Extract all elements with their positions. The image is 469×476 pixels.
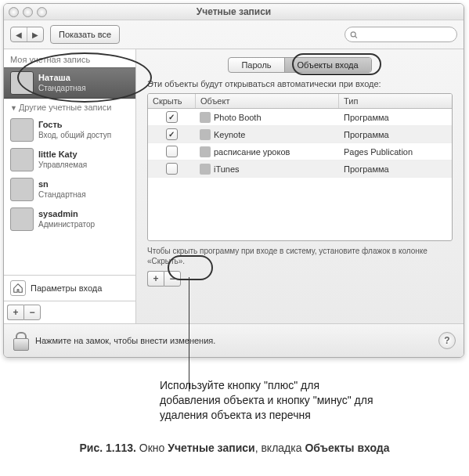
avatar xyxy=(10,207,34,231)
add-account-button[interactable]: + xyxy=(7,305,23,320)
account-role: Вход, общий доступ xyxy=(38,131,111,140)
login-options-row[interactable]: Параметры входа xyxy=(4,275,135,301)
item-name: iTunes xyxy=(214,164,240,174)
table-row[interactable]: Photo Booth Программа xyxy=(148,109,452,126)
account-name: Наташа xyxy=(38,73,86,83)
account-role: Стандартная xyxy=(38,84,86,93)
sidebar-item-guest[interactable]: Гость Вход, общий доступ xyxy=(4,115,135,145)
avatar xyxy=(10,118,34,142)
hide-checkbox[interactable] xyxy=(166,111,178,123)
show-all-button[interactable]: Показать все xyxy=(50,25,120,44)
sidebar-item-my-account[interactable]: Наташа Стандартная xyxy=(4,67,135,99)
other-accounts-section-label: ▼Другие учетные записи xyxy=(4,99,135,115)
help-button[interactable]: ? xyxy=(438,332,456,349)
item-name: расписание уроков xyxy=(214,147,290,157)
tab-login-items[interactable]: Объекты входа xyxy=(285,58,371,72)
intro-text: Эти объекты будут открываться автоматиче… xyxy=(147,79,453,88)
accounts-prefpane: Учетные записи ◀ ▶ Показать все Моя учет… xyxy=(3,3,464,358)
hide-checkbox[interactable] xyxy=(166,146,178,157)
lock-text: Нажмите на замок, чтобы внести изменения… xyxy=(35,336,215,345)
hide-hint: Чтобы скрыть программу при входе в систе… xyxy=(147,246,453,266)
item-type: Программа xyxy=(344,164,389,174)
sidebar-item-sn[interactable]: sn Стандартная xyxy=(4,175,135,204)
show-all-label: Показать все xyxy=(59,30,111,39)
lock-icon[interactable] xyxy=(12,330,29,351)
lock-bar: Нажмите на замок, чтобы внести изменения… xyxy=(4,323,464,357)
zoom-icon[interactable] xyxy=(37,7,47,17)
close-icon[interactable] xyxy=(9,7,19,17)
back-button[interactable]: ◀ xyxy=(11,27,27,41)
svg-line-1 xyxy=(355,36,357,38)
figure-caption: Рис. 1.113. Окно Учетные записи, вкладка… xyxy=(3,442,466,454)
item-name: Keynote xyxy=(214,130,245,139)
search-icon xyxy=(350,31,358,39)
app-icon xyxy=(200,112,211,123)
col-type[interactable]: Тип xyxy=(339,94,452,108)
search-input[interactable] xyxy=(361,29,452,40)
table-row[interactable]: iTunes Программа xyxy=(148,160,452,178)
app-icon xyxy=(200,164,211,175)
table-row[interactable]: Keynote Программа xyxy=(148,126,452,143)
traffic-lights xyxy=(9,7,47,17)
avatar xyxy=(10,178,34,201)
account-role: Стандартная xyxy=(38,190,86,200)
item-name: Photo Booth xyxy=(214,113,262,122)
avatar xyxy=(10,148,34,171)
search-field[interactable] xyxy=(345,27,457,42)
tab-segment: Пароль Объекты входа xyxy=(228,57,371,73)
tab-password[interactable]: Пароль xyxy=(229,58,284,72)
col-hide[interactable]: Скрыть xyxy=(148,94,196,108)
avatar xyxy=(10,71,34,95)
nav-back-forward[interactable]: ◀ ▶ xyxy=(10,27,44,42)
main-panel: Пароль Объекты входа Эти объекты будут о… xyxy=(136,49,464,323)
app-icon xyxy=(200,129,211,140)
annotation-text: Используйте кнопку "плюс" для добавления… xyxy=(160,378,379,423)
toolbar: ◀ ▶ Показать все xyxy=(4,20,464,49)
accounts-sidebar: Моя учетная запись Наташа Стандартная ▼Д… xyxy=(4,49,136,323)
items-add-remove: + − xyxy=(147,266,453,291)
add-item-button[interactable]: + xyxy=(147,271,164,287)
sidebar-item-sysadmin[interactable]: sysadmin Администратор xyxy=(4,204,135,234)
forward-button[interactable]: ▶ xyxy=(27,27,43,41)
account-name: sn xyxy=(38,179,86,189)
svg-point-0 xyxy=(351,31,355,36)
item-type: Pages Publication xyxy=(344,147,413,157)
account-name: sysadmin xyxy=(38,209,95,219)
item-type: Программа xyxy=(344,113,389,122)
remove-account-button[interactable]: − xyxy=(23,305,41,320)
house-icon xyxy=(10,280,26,296)
table-header: Скрыть Объект Тип xyxy=(148,94,452,109)
window-titlebar: Учетные записи xyxy=(4,4,464,20)
hide-checkbox[interactable] xyxy=(166,128,178,140)
sidebar-add-remove: + − xyxy=(4,301,135,323)
account-role: Управляемая xyxy=(38,160,87,170)
item-type: Программа xyxy=(344,130,389,139)
login-options-label: Параметры входа xyxy=(31,283,102,293)
remove-item-button[interactable]: − xyxy=(164,271,181,287)
sidebar-item-littlekaty[interactable]: little Katy Управляемая xyxy=(4,145,135,175)
minimize-icon[interactable] xyxy=(23,7,33,17)
login-items-table: Скрыть Объект Тип Photo Booth Программа … xyxy=(147,93,453,241)
account-name: little Katy xyxy=(38,150,87,160)
app-icon xyxy=(200,146,211,157)
my-account-section-label: Моя учетная запись xyxy=(4,51,135,67)
window-title: Учетные записи xyxy=(197,6,271,17)
hide-checkbox[interactable] xyxy=(166,163,178,175)
account-role: Администратор xyxy=(38,220,95,229)
account-name: Гость xyxy=(38,120,111,130)
table-empty-area xyxy=(148,178,452,240)
table-row[interactable]: расписание уроков Pages Publication xyxy=(148,143,452,160)
chevron-down-icon: ▼ xyxy=(10,104,17,112)
col-object[interactable]: Объект xyxy=(196,94,339,108)
